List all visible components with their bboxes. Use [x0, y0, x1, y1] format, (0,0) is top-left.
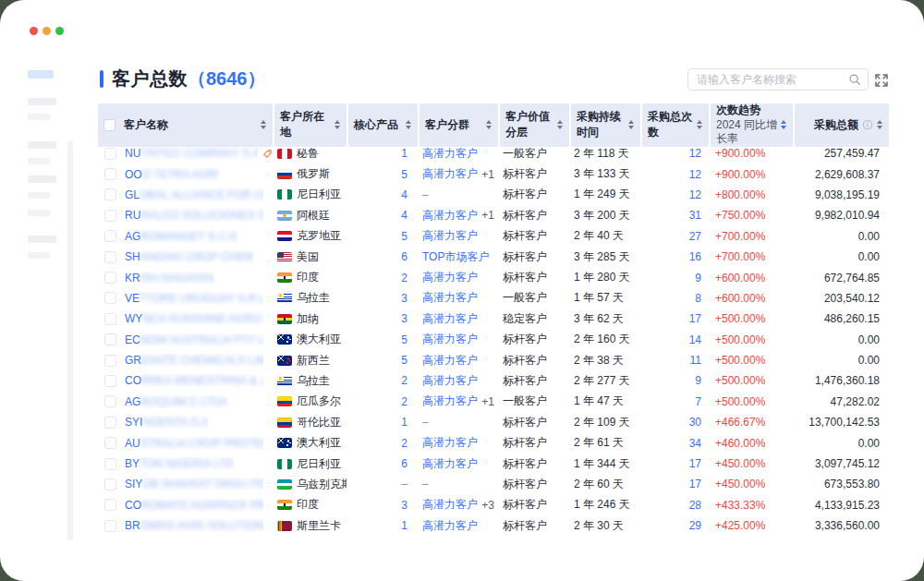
customer-name-link[interactable]: AGROMANGET S.C.G: [125, 230, 237, 243]
purchase-count[interactable]: 9: [695, 272, 701, 284]
purchase-count[interactable]: 9: [695, 374, 701, 387]
sort-icon[interactable]: [406, 120, 411, 129]
customer-name-link[interactable]: OOO TETRA AGRI: [125, 168, 219, 181]
sort-icon[interactable]: [334, 120, 340, 129]
segment-link[interactable]: 高潜力客户: [422, 456, 478, 472]
sidebar-item[interactable]: [28, 176, 56, 183]
segment-link[interactable]: 高潜力客户: [422, 270, 478, 285]
info-circle-icon[interactable]: [862, 119, 873, 130]
core-product-count[interactable]: 5: [401, 354, 407, 367]
column-header-count[interactable]: 采购总次数: [642, 103, 709, 147]
segment-link[interactable]: –: [422, 188, 429, 201]
purchase-count[interactable]: 8: [695, 292, 701, 305]
purchase-count[interactable]: 27: [689, 230, 701, 243]
segment-link[interactable]: –: [422, 416, 429, 429]
purchase-count[interactable]: 12: [689, 168, 701, 181]
customer-name-link[interactable]: WYNCA SUNSHINE AGRO PRODU...: [125, 312, 263, 325]
customer-name-link[interactable]: COROMATE AGRIPACK PRIVATEE...: [125, 499, 263, 512]
row-checkbox[interactable]: [104, 499, 116, 511]
fullscreen-icon[interactable]: [874, 73, 889, 88]
sort-icon[interactable]: [628, 120, 634, 129]
customer-name-link[interactable]: BYTON NIGERIA LTD: [125, 457, 234, 470]
purchase-count[interactable]: 28: [689, 499, 701, 512]
sidebar-item[interactable]: [28, 98, 56, 105]
customer-name-link[interactable]: NUTRITEC COMPANY S.A.C: [125, 147, 258, 160]
sort-icon-active[interactable]: [781, 120, 786, 129]
row-checkbox[interactable]: [104, 168, 116, 180]
customer-name-link[interactable]: AGROQUIM C LTDA: [125, 395, 228, 408]
purchase-count[interactable]: 11: [690, 354, 701, 367]
search-input[interactable]: [695, 72, 848, 87]
sort-icon[interactable]: [557, 120, 563, 129]
segment-link[interactable]: TOP市场客户: [422, 249, 489, 265]
customer-name-link[interactable]: CORREA MENESTRINA & JAROR...: [125, 374, 263, 387]
row-checkbox[interactable]: [104, 478, 116, 490]
row-checkbox[interactable]: [104, 437, 116, 449]
select-all-checkbox[interactable]: [103, 119, 116, 131]
customer-name-link[interactable]: AUSTRALIA CROP PROTECTIONP...: [125, 437, 263, 450]
row-checkbox[interactable]: [104, 458, 116, 470]
close-button[interactable]: [30, 27, 38, 35]
core-product-count[interactable]: 4: [401, 209, 407, 222]
row-checkbox[interactable]: [104, 148, 116, 160]
segment-link[interactable]: 高潜力客户: [422, 311, 478, 327]
core-product-count[interactable]: 2: [401, 374, 407, 387]
core-product-count[interactable]: 1: [401, 147, 407, 160]
row-checkbox[interactable]: [104, 251, 116, 263]
purchase-count[interactable]: 34: [689, 437, 701, 450]
customer-name-link[interactable]: KRISH NAGAYAN: [125, 272, 214, 284]
customer-name-link[interactable]: ECNOW AUSTRALIA PTY LIMITED: [125, 333, 263, 346]
purchase-count[interactable]: 17: [689, 478, 701, 490]
zoom-button[interactable]: [55, 27, 64, 35]
sidebar-item[interactable]: [28, 252, 50, 259]
column-header-trend[interactable]: 次数趋势 2024 同比增长率: [711, 103, 793, 147]
segment-link[interactable]: 高潜力客户: [422, 393, 478, 409]
core-product-count[interactable]: 2: [401, 272, 407, 284]
minimize-button[interactable]: [43, 27, 51, 35]
segment-link[interactable]: 高潜力客户: [422, 146, 478, 162]
sidebar-item[interactable]: [28, 158, 50, 164]
segment-link[interactable]: 高潜力客户: [422, 497, 478, 513]
purchase-count[interactable]: 17: [689, 312, 701, 325]
core-product-count[interactable]: 1: [401, 416, 407, 429]
column-header-segment[interactable]: 客户分群: [419, 103, 498, 147]
row-checkbox[interactable]: [104, 188, 116, 200]
row-checkbox[interactable]: [104, 417, 116, 429]
column-header-name[interactable]: 客户名称: [98, 103, 273, 147]
segment-link[interactable]: 高潜力客户: [422, 228, 478, 244]
core-product-count[interactable]: 3: [401, 499, 407, 512]
purchase-count[interactable]: 16: [689, 250, 701, 263]
row-checkbox[interactable]: [104, 292, 116, 304]
core-product-count[interactable]: 6: [401, 250, 407, 263]
sidebar-item-active[interactable]: [28, 70, 54, 79]
core-product-count[interactable]: 2: [401, 395, 407, 408]
core-product-count[interactable]: 4: [401, 188, 407, 201]
customer-name-link[interactable]: GRENATE CHEMICALS LIMITED: [125, 354, 263, 367]
segment-link[interactable]: 高潜力客户: [422, 332, 478, 347]
sidebar-item[interactable]: [28, 114, 50, 120]
column-header-total[interactable]: 采购总额: [795, 103, 889, 147]
customer-name-link[interactable]: SYINGENTA S.A: [125, 416, 208, 429]
row-checkbox[interactable]: [104, 375, 116, 387]
purchase-count[interactable]: 31: [689, 209, 701, 222]
sidebar-item[interactable]: [28, 192, 50, 199]
segment-link[interactable]: 高潜力客户: [422, 208, 478, 224]
purchase-count[interactable]: 30: [689, 416, 701, 429]
customer-name-link[interactable]: BROWNS AGRI SOLUTIONS PVT LTD: [125, 519, 263, 532]
row-checkbox[interactable]: [104, 210, 116, 222]
row-checkbox[interactable]: [104, 333, 116, 345]
segment-link[interactable]: 高潜力客户: [422, 373, 478, 389]
core-product-count[interactable]: 6: [401, 457, 407, 470]
sidebar-item[interactable]: [28, 141, 56, 149]
row-checkbox[interactable]: [104, 272, 116, 284]
segment-link[interactable]: 高潜力客户: [422, 166, 478, 182]
purchase-count[interactable]: 7: [695, 395, 701, 408]
segment-link[interactable]: 高潜力客户: [422, 353, 478, 369]
sort-icon[interactable]: [261, 120, 266, 129]
sort-icon[interactable]: [697, 120, 702, 129]
column-header-location[interactable]: 客户所在地: [274, 103, 346, 147]
segment-link[interactable]: –: [422, 478, 429, 490]
segment-link[interactable]: 高潜力客户: [422, 435, 478, 451]
sidebar-item[interactable]: [28, 236, 56, 243]
purchase-count[interactable]: 17: [689, 457, 701, 470]
